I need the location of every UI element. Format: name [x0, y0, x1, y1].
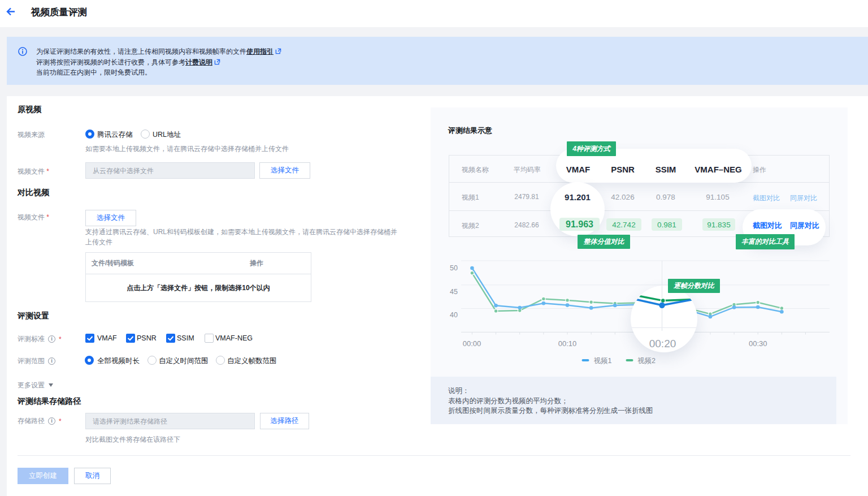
- svg-text:视频1: 视频1: [594, 357, 612, 365]
- svg-text:视频2: 视频2: [637, 357, 656, 365]
- svg-text:45: 45: [450, 288, 458, 296]
- svg-text:50: 50: [450, 264, 458, 272]
- svg-text:00:10: 00:10: [558, 339, 577, 348]
- svg-text:40: 40: [450, 311, 458, 319]
- svg-text:00:20: 00:20: [649, 338, 676, 350]
- svg-text:00:00: 00:00: [463, 339, 481, 348]
- svg-text:00:30: 00:30: [749, 339, 767, 348]
